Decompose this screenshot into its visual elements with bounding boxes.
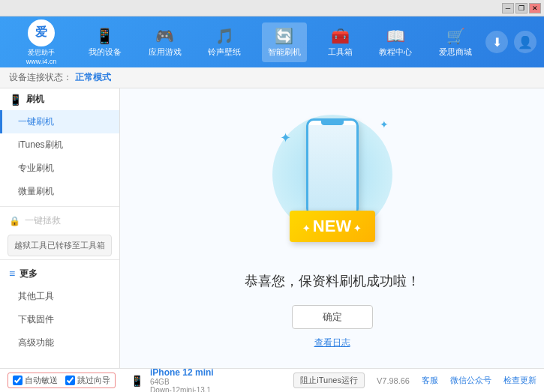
sidebar-item-one-key-flash[interactable]: 一键刷机 — [0, 110, 119, 133]
via-wizard-label: 跳过向导 — [77, 375, 110, 386]
sparkle-top-right: ✦ — [380, 118, 389, 130]
nav-mall[interactable]: 🛒 爱思商城 — [433, 22, 478, 62]
auto-send-checkbox-label[interactable]: 自动敏送 — [13, 375, 58, 386]
via-wizard-checkbox[interactable] — [65, 376, 75, 385]
sidebar-item-download-firmware[interactable]: 下载固件 — [0, 308, 119, 331]
nav-toolbox[interactable]: 🧰 工具箱 — [322, 22, 359, 62]
confirm-button[interactable]: 确定 — [292, 305, 373, 329]
nav-apps-games[interactable]: 🎮 应用游戏 — [143, 22, 188, 62]
more-section-label: 更多 — [20, 268, 38, 280]
pro-flash-label: 专业刷机 — [18, 162, 54, 175]
header: 爱 爱思助手 www.i4.cn 📱 我的设备 🎮 应用游戏 🎵 铃声壁纸 🔄 … — [0, 16, 544, 67]
sidebar-divider-1 — [0, 206, 119, 207]
device-info: 📱 iPhone 12 mini 64GB Down-12mini-13,1 — [131, 367, 214, 393]
close-button[interactable]: ✕ — [529, 3, 541, 13]
nav-ringtones[interactable]: 🎵 铃声壁纸 — [202, 22, 247, 62]
version-label: V7.98.66 — [377, 376, 410, 385]
main-area: 📱 刷机 一键刷机 iTunes刷机 专业刷机 微量刷机 🔒 一键拯救 越狱工具… — [0, 88, 544, 368]
title-bar: ─ ❐ ✕ — [0, 0, 544, 16]
rescue-label: 一键拯救 — [25, 214, 61, 227]
nav-bar: 📱 我的设备 🎮 应用游戏 🎵 铃声壁纸 🔄 智能刷机 🧰 工具箱 📖 教程中心… — [75, 22, 485, 62]
logo-area: 爱 爱思助手 www.i4.cn — [8, 19, 75, 65]
sidebar-section-more: ≡ 更多 — [0, 263, 119, 285]
sparkle-top-left: ✦ — [280, 130, 291, 146]
device-details: iPhone 12 mini 64GB Down-12mini-13,1 — [150, 367, 214, 393]
mall-icon: 🛒 — [446, 27, 465, 45]
nav-smart-flash-label: 智能刷机 — [268, 46, 301, 58]
rescue-icon: 🔒 — [9, 216, 20, 226]
logo-line2: www.i4.cn — [26, 58, 57, 65]
restore-button[interactable]: ❐ — [515, 3, 527, 13]
wechat-link[interactable]: 微信公众号 — [450, 375, 491, 386]
user-button[interactable]: 👤 — [514, 31, 536, 53]
sidebar-section-flash: 📱 刷机 — [0, 88, 119, 110]
sidebar-item-other-tools[interactable]: 其他工具 — [0, 285, 119, 308]
download-firmware-label: 下载固件 — [18, 313, 54, 326]
nav-ringtones-label: 铃声壁纸 — [208, 46, 241, 58]
apps-games-icon: 🎮 — [155, 27, 174, 45]
window-controls: ─ ❐ ✕ — [502, 3, 541, 13]
logo-icon: 爱 — [28, 19, 55, 46]
nav-toolbox-label: 工具箱 — [328, 46, 353, 58]
one-key-flash-label: 一键刷机 — [18, 115, 54, 128]
customer-service-link[interactable]: 客服 — [422, 375, 438, 386]
phone-screen — [308, 125, 356, 216]
check-update-link[interactable]: 检查更新 — [503, 375, 536, 386]
logo-line1: 爱思助手 — [28, 48, 55, 58]
sidebar: 📱 刷机 一键刷机 iTunes刷机 专业刷机 微量刷机 🔒 一键拯救 越狱工具… — [0, 88, 120, 368]
itunes-flash-label: iTunes刷机 — [18, 139, 63, 151]
sidebar-section-rescue: 🔒 一键拯救 — [0, 210, 119, 232]
micro-flash-label: 微量刷机 — [18, 185, 54, 198]
status-bar: 设备连接状态： 正常模式 — [0, 67, 544, 88]
stop-itunes-button[interactable]: 阻止iTunes运行 — [293, 373, 365, 388]
other-tools-label: 其他工具 — [18, 290, 54, 303]
device-name: iPhone 12 mini — [150, 367, 214, 378]
nav-my-device[interactable]: 📱 我的设备 — [83, 22, 128, 62]
sidebar-divider-2 — [0, 259, 119, 260]
download-button[interactable]: ⬇ — [485, 31, 508, 53]
status-label: 设备连接状态： — [9, 71, 72, 84]
sidebar-item-itunes-flash[interactable]: iTunes刷机 — [0, 133, 119, 157]
device-firmware: Down-12mini-13,1 — [150, 386, 214, 393]
flash-section-label: 刷机 — [26, 93, 44, 106]
bottom-right: 阻止iTunes运行 V7.98.66 客服 微信公众号 检查更新 — [293, 373, 536, 388]
nav-my-device-label: 我的设备 — [89, 46, 122, 58]
bottom-bar: 自动敏送 跳过向导 📱 iPhone 12 mini 64GB Down-12m… — [0, 368, 544, 392]
new-badge: NEW — [289, 211, 374, 242]
nav-tutorials[interactable]: 📖 教程中心 — [373, 22, 418, 62]
sidebar-item-advanced[interactable]: 高级功能 — [0, 331, 119, 355]
nav-smart-flash[interactable]: 🔄 智能刷机 — [262, 22, 307, 62]
device-capacity: 64GB — [150, 378, 214, 386]
smart-flash-icon: 🔄 — [275, 27, 293, 45]
tutorials-icon: 📖 — [386, 27, 405, 45]
via-wizard-checkbox-label[interactable]: 跳过向导 — [65, 375, 110, 386]
advanced-label: 高级功能 — [18, 337, 54, 349]
notice-text: 越狱工具已转移至工具箱 — [14, 241, 105, 250]
nav-apps-games-label: 应用游戏 — [149, 46, 182, 58]
content-area: ✦ ✦ NEW 恭喜您，保资料刷机成功啦！ 确定 查看日志 — [120, 88, 544, 368]
phone-body — [306, 118, 359, 216]
status-value: 正常模式 — [75, 71, 111, 84]
my-device-icon: 📱 — [95, 27, 114, 45]
auto-send-label: 自动敏送 — [25, 375, 58, 386]
diary-link[interactable]: 查看日志 — [314, 337, 350, 349]
success-message: 恭喜您，保资料刷机成功啦！ — [245, 272, 420, 290]
toolbox-icon: 🧰 — [331, 27, 350, 45]
header-right: ⬇ 👤 — [485, 31, 536, 53]
nav-mall-label: 爱思商城 — [439, 46, 472, 58]
phone-illustration: ✦ ✦ NEW — [265, 107, 400, 257]
ringtones-icon: 🎵 — [215, 27, 234, 45]
sidebar-item-pro-flash[interactable]: 专业刷机 — [0, 157, 119, 180]
sidebar-item-micro-flash[interactable]: 微量刷机 — [0, 180, 119, 203]
auto-send-checkbox[interactable] — [13, 376, 23, 385]
minimize-button[interactable]: ─ — [502, 3, 514, 13]
nav-tutorials-label: 教程中心 — [379, 46, 412, 58]
sidebar-notice: 越狱工具已转移至工具箱 — [8, 235, 112, 256]
more-section-icon: ≡ — [9, 268, 15, 280]
bottom-left: 自动敏送 跳过向导 📱 iPhone 12 mini 64GB Down-12m… — [8, 367, 293, 393]
device-phone-icon: 📱 — [131, 375, 143, 387]
flash-section-icon: 📱 — [9, 94, 22, 106]
